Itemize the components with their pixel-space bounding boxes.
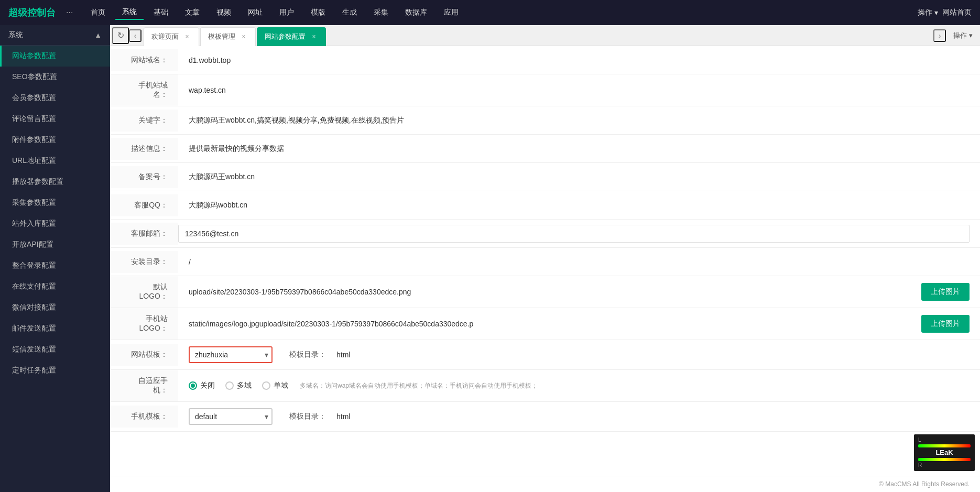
mobile-logo-path: static/images/logo.jpgupload/site/202303… [189,320,915,328]
nav-template[interactable]: 模版 [303,6,333,19]
tab-welcome[interactable]: 欢迎页面 × [144,27,199,46]
nav-basic[interactable]: 基础 [146,6,176,19]
keywords-text: 大鹏源码王wobbt.cn,搞笑视频,视频分享,免费视频,在线视频,预告片 [189,116,404,125]
op-button[interactable]: 操作 ▾ [918,8,938,17]
form-row-email: 客服邮箱： 123456@test.cn [110,220,980,248]
sidebar-item-payment-config[interactable]: 在线支付配置 [0,276,110,297]
mobile-template-dir-value: html [336,412,350,421]
label-qq: 客服QQ： [110,194,178,216]
tab-template-close[interactable]: × [239,32,248,41]
nav-home[interactable]: 首页 [83,6,113,19]
sidebar-item-api-config[interactable]: 开放API配置 [0,234,110,255]
upload-mobile-logo-button[interactable]: 上传图片 [921,315,970,333]
template-dir-label: 模板目录： [289,350,326,359]
description-text: 提供最新最快的视频分享数据 [189,144,284,154]
form-row-mobile-domain: 手机站域名： wap.test.cn [110,74,980,106]
adaptive-radio-group: 关闭 多域 单域 [189,381,288,390]
tab-operations-button[interactable]: 操作 ▾ [948,29,978,42]
value-template: zhuzhuxia ▾ 模板目录： html [178,340,980,369]
nav-video[interactable]: 视频 [209,6,238,19]
tab-op-chevron-icon: ▾ [969,31,973,39]
nav-app[interactable]: 应用 [437,6,466,19]
mobile-domain-text: wap.test.cn [189,86,226,94]
tab-template-mgmt[interactable]: 模板管理 × [200,27,256,46]
radio-multi[interactable]: 多域 [225,381,252,390]
sidebar-item-login-config[interactable]: 整合登录配置 [0,255,110,276]
label-install-dir: 安装目录： [110,251,178,273]
nav-right: 操作 ▾ 网站首页 [918,8,980,17]
sidebar-item-collect-config[interactable]: 采集参数配置 [0,192,110,213]
template-dir-value: html [336,351,350,359]
sidebar-item-url-config[interactable]: URL地址配置 [0,150,110,171]
label-domain: 网站域名： [110,49,178,71]
value-keywords: 大鹏源码王wobbt.cn,搞笑视频,视频分享,免费视频,在线视频,预告片 [178,110,980,132]
value-mobile-domain: wap.test.cn [178,80,980,101]
sidebar-item-task-config[interactable]: 定时任务配置 [0,360,110,381]
nav-collect[interactable]: 采集 [366,6,396,19]
form-row-keywords: 关键字： 大鹏源码王wobbt.cn,搞笑视频,视频分享,免费视频,在线视频,预… [110,106,980,135]
nav-article[interactable]: 文章 [178,6,207,19]
form-row-mobile-logo: 手机站LOGO： static/images/logo.jpgupload/si… [110,308,980,340]
tab-prev-button[interactable]: ‹ [129,29,141,42]
tab-website-config[interactable]: 网站参数配置 × [257,27,326,46]
tab-right: › 操作 ▾ [933,29,978,42]
form-row-domain: 网站域名： d1.wobbt.top [110,46,980,74]
radio-closed[interactable]: 关闭 [189,381,215,390]
nav-database[interactable]: 数据库 [398,6,434,19]
nav-user[interactable]: 用户 [272,6,301,19]
op-label: 操作 [918,8,932,17]
value-adaptive: 关闭 多域 单域 多域名：访问wap域名会自动使用手机模板；单域名：手机访问会自… [178,375,980,397]
site-home-button[interactable]: 网站首页 [942,8,972,17]
sidebar-item-player-config[interactable]: 播放器参数配置 [0,171,110,192]
sidebar-item-comment-config[interactable]: 评论留言配置 [0,108,110,129]
mobile-template-select-wrapper: default ▾ [189,408,273,425]
refresh-button[interactable]: ↻ [112,27,129,44]
qq-text: 大鹏源码wobbt.cn [189,201,247,210]
sidebar-item-attachment-config[interactable]: 附件参数配置 [0,129,110,150]
label-mobile-logo: 手机站LOGO： [110,308,178,340]
value-icp: 大鹏源码王wobbt.cn [178,166,980,188]
tab-website-close[interactable]: × [310,32,318,41]
radio-single-label: 单域 [274,381,288,390]
sidebar-item-member-config[interactable]: 会员参数配置 [0,88,110,108]
leak-label: LEaK [918,448,971,457]
nav-generate[interactable]: 生成 [335,6,364,19]
radio-single[interactable]: 单域 [262,381,288,390]
footer-text: © MacCMS All Rights Reserved. [879,480,970,488]
sidebar-item-email-config[interactable]: 邮件发送配置 [0,318,110,339]
nav-system[interactable]: 系统 [115,5,144,20]
label-description: 描述信息： [110,138,178,160]
layout: 系统 ▲ 网站参数配置 SEO参数配置 会员参数配置 评论留言配置 附件参数配置… [0,25,980,492]
sidebar-item-external-config[interactable]: 站外入库配置 [0,213,110,234]
leak-bar-top [918,444,971,447]
domain-text: d1.wobbt.top [189,56,231,64]
mobile-template-select[interactable]: default [189,408,273,425]
content-area: 网站域名： d1.wobbt.top 手机站域名： wap.test.cn 关键… [110,46,980,476]
sidebar-item-wechat-config[interactable]: 微信对接配置 [0,297,110,318]
nav-url[interactable]: 网址 [241,6,270,19]
tab-next-button[interactable]: › [933,29,946,42]
upload-default-logo-button[interactable]: 上传图片 [921,283,970,301]
value-description: 提供最新最快的视频分享数据 [178,138,980,160]
tab-nav-arrows: ‹ [129,29,141,42]
sidebar-title: 系统 [8,30,23,40]
icp-text: 大鹏源码王wobbt.cn [189,172,255,182]
mobile-template-dir-label: 模板目录： [289,412,326,421]
sidebar-header: 系统 ▲ [0,25,110,46]
adaptive-hint: 多域名：访问wap域名会自动使用手机模板；单域名：手机访问会自动使用手机模板； [300,381,538,390]
default-logo-path: upload/site/20230303-1/95b759397b0866c04… [189,288,915,296]
sidebar: 系统 ▲ 网站参数配置 SEO参数配置 会员参数配置 评论留言配置 附件参数配置… [0,25,110,492]
tab-welcome-close[interactable]: × [183,32,191,41]
form-row-adaptive: 自适应手机： 关闭 多域 单域 [110,370,980,402]
leak-watermark: L LEaK R [914,434,975,471]
sidebar-collapse-icon[interactable]: ▲ [94,31,102,39]
label-mobile-domain: 手机站域名： [110,74,178,106]
template-select[interactable]: zhuzhuxia [189,346,273,363]
template-select-wrapper: zhuzhuxia ▾ [189,346,273,363]
sidebar-item-seo-config[interactable]: SEO参数配置 [0,67,110,88]
value-install-dir: / [178,252,980,272]
sidebar-item-website-config[interactable]: 网站参数配置 [0,46,110,67]
form-row-default-logo: 默认LOGO： upload/site/20230303-1/95b759397… [110,276,980,308]
top-nav: 超级控制台 ··· 首页 系统 基础 文章 视频 网址 用户 模版 生成 采集 … [0,0,980,25]
sidebar-item-sms-config[interactable]: 短信发送配置 [0,339,110,360]
